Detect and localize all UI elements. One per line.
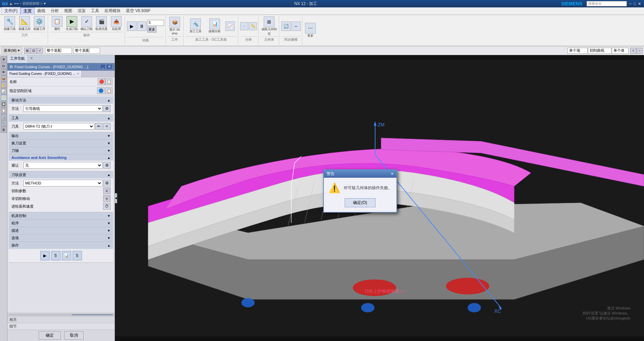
cut-region-btn2[interactable]: 📋 (105, 87, 113, 94)
btn-properties[interactable]: 📋 属性 (50, 16, 64, 31)
warning-ok-button[interactable]: 确定(O) (345, 198, 375, 207)
menu-tools[interactable]: 工具 (88, 7, 102, 14)
btn-generate[interactable]: ▶ 生成刀轨 (65, 16, 79, 31)
btn-sync2[interactable]: ↔ (291, 22, 301, 31)
btn-extract-feature[interactable]: ⊞ 抽取几何特征 (261, 16, 277, 36)
btn-simulate[interactable]: 🎬 机床仿真 (94, 16, 109, 31)
licon-nav[interactable]: 🗂 (1, 63, 7, 69)
section-toolaxis-header[interactable]: 刀轴 ▼ (9, 147, 113, 154)
avoidance-btn[interactable]: ⚙ (103, 162, 111, 169)
section-options-header[interactable]: 选项 ▼ (9, 235, 113, 242)
toolpath-method-select[interactable]: METHOD (24, 180, 102, 186)
name-value-btn1[interactable]: 🔴 (98, 78, 105, 85)
dialog-minimize[interactable]: _ (100, 64, 105, 69)
section-program-header[interactable]: 程序 ▼ (9, 220, 113, 227)
panel-collapse-handle[interactable]: ◀ (115, 193, 117, 203)
btn-more-anim[interactable]: 更多 (147, 27, 157, 33)
licon-misc3[interactable]: 🔍 (1, 114, 7, 120)
tool-select[interactable]: D8R4-T2 (铣刀-Ⅰ (24, 123, 94, 130)
btn-sync1[interactable]: 🔄 (281, 22, 291, 31)
ops-btn3[interactable]: 📊 (62, 251, 71, 260)
licon-cam[interactable]: ⚡ (1, 95, 7, 101)
warning-title-bar[interactable]: 警告 ✕ (324, 170, 396, 178)
licon-misc1[interactable]: 🔲 (1, 101, 7, 107)
section-toolpath-header[interactable]: 刀轨设置 ▲ (9, 171, 113, 178)
name-value-btn2[interactable]: 📋 (105, 78, 113, 85)
ok-button[interactable]: 确定 (39, 331, 61, 340)
section-drive-header[interactable]: 驱动方法 ▲ (9, 97, 113, 104)
assembly-filter2[interactable]: 整个装配 (73, 48, 100, 54)
menu-home[interactable]: 主页 (20, 7, 35, 15)
view-icon1[interactable]: + (630, 48, 636, 54)
ops-btn4[interactable]: 5 (73, 251, 82, 260)
assembly-filter[interactable]: 整个装配 (45, 48, 72, 54)
view-filter[interactable]: 单个项 (567, 48, 588, 54)
menu-render[interactable]: 渲染 (75, 7, 88, 14)
licon-settings[interactable]: ⚙ (1, 56, 7, 62)
section-machine-header[interactable]: 机床控制 ▼ (9, 212, 113, 219)
btn-play[interactable]: ▶ (127, 22, 136, 31)
licon-measure[interactable]: 📐 (1, 82, 7, 88)
btn-confirm[interactable]: ✓ 确认刀轨 (80, 16, 94, 31)
drive-method-btn[interactable]: ⚙ (103, 105, 111, 112)
min-btn[interactable]: ─ (629, 2, 632, 6)
cancel-button[interactable]: 取消 (64, 331, 84, 340)
toolpath-method-btn[interactable]: ⚙ (103, 180, 111, 186)
max-btn[interactable]: □ (634, 2, 636, 6)
btn-show-ipw[interactable]: 📦 显示 3D IPW (168, 17, 182, 35)
section-avoidance-header[interactable]: Avoidance and Axis Smoothing ▲ (9, 155, 113, 161)
cut-line-filter[interactable]: 切削曲线 (588, 48, 611, 54)
menu-view[interactable]: 视图 (61, 7, 75, 14)
avoidance-select[interactable]: 无 (24, 162, 102, 169)
licon-view[interactable]: 👁 (1, 69, 7, 75)
section-tool-header[interactable]: 工具 ▲ (9, 115, 113, 122)
panel-tab-nav[interactable]: 工序导航 (7, 55, 28, 63)
menu-analysis[interactable]: 分析 (48, 7, 61, 14)
btn-analysis-tools[interactable]: 📊 拔模分析 (206, 18, 223, 34)
licon-obj[interactable]: 📦 (1, 76, 7, 82)
panel-tab-close[interactable]: ✕ (28, 55, 35, 63)
menu-modules[interactable]: 应用模块 (102, 7, 123, 14)
menu-file[interactable]: 文件(F) (1, 7, 20, 15)
tool-add-btn[interactable]: + (103, 123, 111, 130)
btn-create-tool[interactable]: 🔧 创建刀具 (3, 16, 17, 31)
btn-analysis2[interactable]: 📈 (224, 22, 237, 31)
close-btn[interactable]: ✕ (638, 2, 641, 6)
warning-close-icon[interactable]: ✕ (391, 172, 394, 176)
tab-fixed-guiding[interactable]: Fixed Guiding Curves - [FIXED_GUIDING ..… (7, 71, 82, 77)
menu-sm[interactable]: 菜单(M) ▾ (1, 47, 22, 54)
cut-region-btn1[interactable]: 🔵 (97, 87, 104, 94)
ops-btn1[interactable]: ▶ (40, 251, 50, 260)
licon-misc2[interactable]: 📋 (1, 108, 7, 114)
noncut-btn[interactable]: ≡ (103, 195, 111, 202)
tb-icon3[interactable]: ✓ (37, 48, 43, 54)
speed-input[interactable]: S (147, 20, 164, 26)
search-box[interactable]: 搜索命令 (587, 1, 627, 6)
btn-analysis3[interactable]: 📏 (249, 22, 257, 30)
menu-curve[interactable]: 曲线 (35, 7, 48, 14)
viewport[interactable]: ZM XC 日柱上护板模振柔L4 警告 ✕ ⚠️ 对可疑几何体的操作失败。 确定… (115, 55, 644, 341)
btn-postprocess[interactable]: 📤 后处理 (109, 16, 123, 31)
section-output-header[interactable]: 输出 ▼ (9, 132, 113, 139)
ops-btn2[interactable]: 5 (51, 251, 60, 260)
btn-more[interactable]: ⋯ 更多 (303, 23, 318, 38)
btn-create-geometry[interactable]: 📐 创建几何 (17, 16, 32, 31)
btn-pause[interactable]: ⏸ (137, 22, 146, 31)
section-ops-header[interactable]: 操作 ▲ (9, 242, 113, 249)
tb-icon1[interactable]: ⊞ (24, 48, 30, 54)
tool-edit-btn[interactable]: ✏ (95, 123, 102, 130)
tb-icon2[interactable]: ⊡ (31, 48, 37, 54)
section-toolchange-header[interactable]: 换刀设置 ▼ (9, 140, 113, 147)
btn-point[interactable]: · (240, 22, 248, 30)
licon-analysis2[interactable]: 📊 (1, 88, 7, 94)
licon-misc4[interactable]: 🔧 (1, 120, 7, 126)
drive-method-select[interactable]: 引导曲线 (24, 105, 102, 112)
dialog-close[interactable]: ✕ (106, 64, 113, 69)
body-filter[interactable]: 单个体 (612, 48, 629, 54)
feed-speed-btn[interactable]: ⏱ (103, 203, 111, 210)
cut-params-btn[interactable]: ≡ (103, 187, 111, 194)
menu-xingkong[interactable]: 星空 V6.936F (123, 7, 153, 14)
section-desc-header[interactable]: 描述 ▼ (9, 227, 113, 234)
licon-misc5[interactable]: ⊞ (1, 127, 7, 133)
btn-create-process[interactable]: ⚙️ 创建工序 (32, 16, 46, 31)
